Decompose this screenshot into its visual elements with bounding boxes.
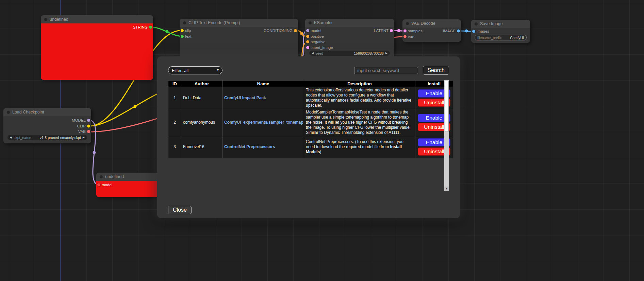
widget-value: 156680208700286	[354, 51, 384, 55]
widget-label: filename_prefix	[477, 36, 501, 40]
node-title-bar[interactable]: CLIP Text Encode (Prompt)	[180, 19, 298, 27]
latent-output-dot[interactable]	[390, 29, 393, 32]
extension-description: ModelSamplerTonemapNoiseTest a node that…	[304, 109, 415, 136]
text-input-dot[interactable]	[181, 35, 184, 38]
slot-label: vae	[408, 35, 414, 39]
slot-label: latent_image	[311, 46, 333, 50]
scroll-down-arrow-icon[interactable]: ▼	[444, 187, 449, 191]
vae-output-dot[interactable]	[87, 130, 90, 133]
slot-label: positive	[311, 34, 324, 38]
extension-id: 1	[168, 87, 181, 109]
vae-input-dot[interactable]	[403, 35, 407, 38]
model-input-dot[interactable]	[306, 29, 309, 32]
extension-author: comfyanonymous	[181, 109, 222, 136]
input-slot-vae: vae	[402, 34, 414, 39]
node-title: Load Checkpoint	[12, 110, 44, 115]
scrollbar-thumb[interactable]	[445, 81, 449, 132]
model-output-dot[interactable]	[87, 119, 90, 122]
node-collapse-dot-icon[interactable]	[183, 21, 186, 24]
node-title: KSampler	[314, 20, 333, 25]
node-title-bar[interactable]: Load Checkpoint	[3, 108, 91, 116]
extension-description: This extension offers various detector n…	[304, 87, 415, 109]
node-collapse-dot-icon[interactable]	[44, 18, 47, 21]
extension-link[interactable]: ComfyUI Impact Pack	[224, 95, 266, 100]
extension-link[interactable]: ComfyUI_experiments/sampler_tonemap	[224, 120, 303, 125]
positive-input-dot[interactable]	[306, 35, 309, 38]
node-vae-decode[interactable]: VAE Decode samples vae IMAGE	[402, 19, 461, 42]
wire-latent-dot	[397, 29, 400, 32]
column-header-id: ID	[168, 81, 181, 87]
search-group: Search	[354, 66, 449, 75]
arrow-left-icon[interactable]: ◀	[10, 135, 12, 140]
node-collapse-dot-icon[interactable]	[309, 21, 312, 24]
output-slot-string: STRING	[133, 24, 153, 30]
node-title: undefined	[105, 174, 124, 179]
wire-image-dot	[465, 30, 468, 33]
extension-row: 3Fannovel16ControlNet PreprocessorsContr…	[168, 136, 453, 158]
node-title-bar[interactable]: undefined	[41, 15, 153, 23]
search-button[interactable]: Search	[423, 66, 449, 75]
model-input-dot[interactable]	[97, 183, 100, 187]
node-collapse-dot-icon[interactable]	[7, 111, 10, 114]
node-title-bar[interactable]: KSampler	[305, 19, 394, 27]
string-output-dot[interactable]	[149, 26, 152, 29]
arrow-right-icon[interactable]: ▶	[385, 51, 387, 56]
extension-name-cell: ComfyUI Impact Pack	[222, 87, 304, 109]
column-header-name: Name	[222, 81, 304, 87]
node-collapse-dot-icon[interactable]	[475, 22, 478, 25]
arrow-right-icon[interactable]: ▶	[83, 135, 85, 140]
extensions-table: IDAuthorNameDescriptionInstall 1Dr.Lt.Da…	[168, 80, 453, 158]
node-title-bar[interactable]: Save Image	[471, 20, 530, 28]
widget-value: ComfyUI	[510, 36, 524, 40]
output-slot-vae: VAE	[78, 129, 91, 134]
filename-prefix-widget[interactable]: filename_prefix ComfyUI	[475, 35, 527, 40]
extension-name-cell: ComfyUI_experiments/sampler_tonemap	[222, 109, 304, 136]
extension-name-cell: ControlNet Preprocessors	[222, 136, 304, 158]
table-scrollbar[interactable]: ▼	[444, 80, 449, 191]
node-title: Save Image	[480, 21, 503, 26]
filter-select[interactable]: Filter: all	[168, 66, 222, 74]
search-input[interactable]	[354, 67, 418, 74]
slot-label: model	[311, 29, 321, 33]
node-body: STRING	[41, 23, 153, 80]
images-input-dot[interactable]	[472, 30, 475, 33]
node-title: CLIP Text Encode (Prompt)	[188, 20, 240, 25]
input-slot-clip: clip	[180, 28, 191, 33]
arrow-left-icon[interactable]: ◀	[312, 51, 314, 56]
node-save-image[interactable]: Save Image images filename_prefix ComfyU…	[471, 20, 530, 43]
node-load-checkpoint[interactable]: Load Checkpoint MODEL CLIP VAE ◀ ckpt_na…	[3, 108, 91, 143]
extension-row: 2comfyanonymousComfyUI_experiments/sampl…	[168, 109, 453, 136]
wire-string-dot	[166, 30, 169, 33]
extensions-table-zone: IDAuthorNameDescriptionInstall 1Dr.Lt.Da…	[168, 80, 449, 191]
column-header-author: Author	[181, 81, 222, 87]
samples-input-dot[interactable]	[403, 30, 407, 33]
wire-string	[152, 27, 182, 36]
ckpt-name-widget[interactable]: ◀ ckpt_name v1-5-pruned-emaonly.ckpt ▶	[7, 135, 87, 140]
slot-label: VAE	[78, 129, 86, 134]
conditioning-output-dot[interactable]	[294, 29, 297, 32]
latent-image-input-dot[interactable]	[306, 46, 309, 49]
input-slot-latent-image: latent_image	[305, 45, 333, 50]
extension-description: ControlNet Preprocessors. (To use this e…	[304, 136, 415, 158]
graph-canvas[interactable]: undefined STRING CLIP Text Encode (Promp…	[0, 0, 644, 281]
slot-label: LATENT	[374, 29, 389, 33]
table-header-row: IDAuthorNameDescriptionInstall	[168, 81, 453, 87]
slot-label: model	[102, 183, 112, 187]
node-undefined-top[interactable]: undefined STRING	[41, 15, 153, 80]
extension-id: 3	[168, 136, 181, 158]
extension-row: 1Dr.Lt.DataComfyUI Impact PackThis exten…	[168, 87, 453, 109]
custom-nodes-manager-dialog: Filter: all ▼ Search IDAuthorNameDescrip…	[157, 56, 460, 218]
seed-widget[interactable]: ◀ seed 156680208700286 ▶	[309, 51, 390, 56]
node-collapse-dot-icon[interactable]	[406, 22, 409, 25]
node-collapse-dot-icon[interactable]	[100, 175, 103, 178]
extension-link[interactable]: ControlNet Preprocessors	[224, 144, 275, 149]
input-slot-samples: samples	[402, 28, 423, 34]
negative-input-dot[interactable]	[306, 40, 309, 43]
clip-output-dot[interactable]	[87, 125, 90, 128]
clip-input-dot[interactable]	[181, 29, 184, 32]
close-button[interactable]: Close	[168, 206, 192, 214]
slot-label: CONDITIONING	[264, 29, 293, 33]
dialog-toolbar: Filter: all ▼ Search	[168, 66, 449, 75]
node-title-bar[interactable]: VAE Decode	[402, 19, 461, 28]
image-output-dot[interactable]	[457, 30, 460, 33]
